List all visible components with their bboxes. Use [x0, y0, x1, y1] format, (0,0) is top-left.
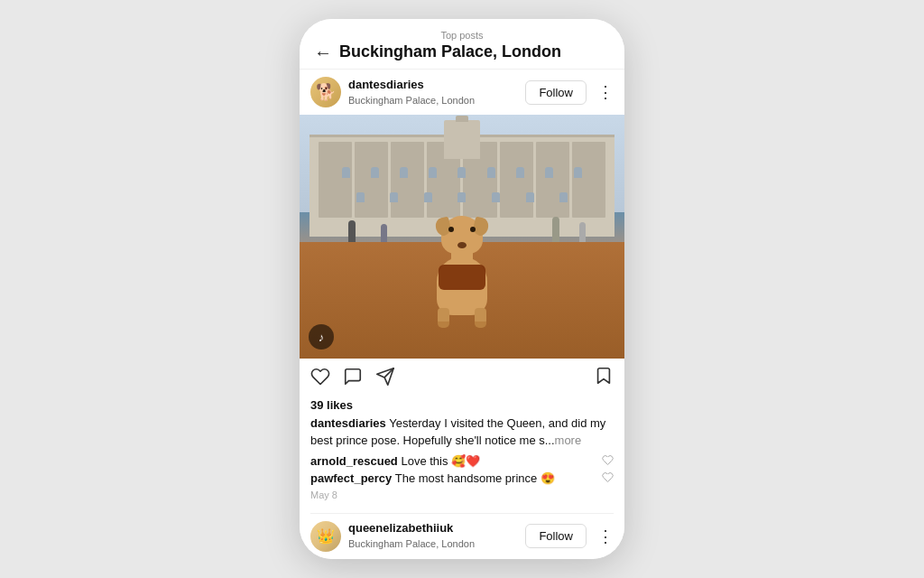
post2-more-button[interactable]: ⋮: [597, 527, 614, 546]
post-date: May 8: [310, 489, 614, 500]
post2-username[interactable]: queenelizabethiiuk: [348, 521, 518, 535]
post1-more-button[interactable]: ⋮: [597, 82, 614, 102]
post1-image: ♪: [300, 115, 624, 359]
phone-shell: Top posts ← Buckingham Palace, London 🐕 …: [300, 19, 624, 558]
music-symbol: ♪: [319, 331, 325, 344]
post1-header: 🐕 dantesdiaries Buckingham Palace, Londo…: [300, 70, 624, 115]
comment1-like-icon[interactable]: [602, 454, 614, 469]
post2-follow-button[interactable]: Follow: [525, 524, 587, 548]
comment2-body: The most handsome prince 😍: [392, 471, 555, 485]
like-button[interactable]: [310, 367, 330, 390]
share-button[interactable]: [375, 367, 395, 390]
comment2-row: pawfect_percy The most handsome prince 😍: [310, 471, 614, 486]
caption: dantesdiaries Yesterday I visited the Qu…: [310, 415, 614, 448]
comment2-like-icon[interactable]: [602, 471, 614, 486]
comment1-body: Love this 🥰❤️: [398, 454, 480, 468]
post1-location: Buckingham Palace, London: [348, 95, 475, 106]
comment1-username[interactable]: arnold_rescued: [310, 454, 398, 468]
dog-figure: [430, 198, 494, 315]
post2-header: 👑 queenelizabethiiuk Buckingham Palace, …: [300, 514, 624, 559]
comment1-row: arnold_rescued Love this 🥰❤️: [310, 454, 614, 469]
top-posts-label: Top posts: [314, 30, 610, 41]
caption-username[interactable]: dantesdiaries: [310, 416, 386, 430]
page-title: Buckingham Palace, London: [339, 42, 561, 61]
comment2-text: pawfect_percy The most handsome prince 😍: [310, 471, 602, 485]
top-bar: Top posts ← Buckingham Palace, London: [300, 19, 624, 70]
likes-count: 39 likes: [310, 398, 614, 412]
save-button[interactable]: [594, 366, 614, 391]
person3: [552, 217, 559, 242]
post2-avatar[interactable]: 👑: [310, 521, 341, 552]
post1-avatar[interactable]: 🐕: [310, 77, 341, 107]
post2-location: Buckingham Palace, London: [348, 538, 475, 549]
post1-actions: [300, 359, 624, 398]
person1: [348, 220, 356, 244]
post1-user-info: dantesdiaries Buckingham Palace, London: [348, 78, 518, 107]
more-link[interactable]: more: [555, 434, 582, 447]
comment2-username[interactable]: pawfect_percy: [310, 471, 392, 485]
post1-username[interactable]: dantesdiaries: [348, 78, 518, 91]
palace-center-tower: [444, 120, 480, 159]
palace-windows: [325, 167, 600, 178]
post2-user-info: queenelizabethiiuk Buckingham Palace, Lo…: [348, 521, 518, 551]
back-button[interactable]: ←: [314, 43, 332, 61]
comment1-text: arnold_rescued Love this 🥰❤️: [310, 454, 602, 468]
post1-follow-button[interactable]: Follow: [525, 80, 587, 105]
comment-button[interactable]: [343, 367, 363, 390]
post1-content: 39 likes dantesdiaries Yesterday I visit…: [300, 398, 624, 512]
